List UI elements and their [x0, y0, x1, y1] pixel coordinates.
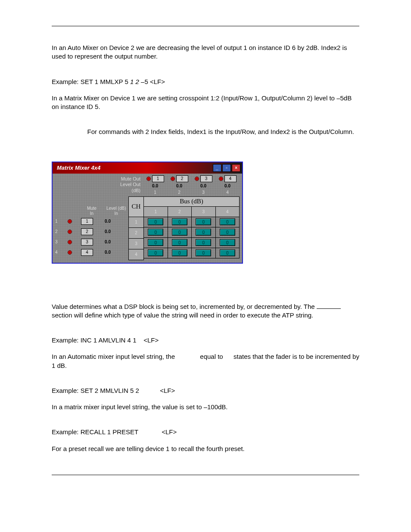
bus-cell: 0 — [216, 238, 240, 248]
input-header: Mute In Level (dB) In — [55, 196, 128, 216]
paragraph: In an Automatic mixer input level string… — [52, 352, 359, 370]
led-icon — [68, 250, 72, 255]
led-icon — [68, 240, 72, 244]
in-num: 3 — [81, 239, 93, 246]
minimize-button[interactable]: _ — [213, 164, 221, 172]
led-icon — [68, 230, 72, 234]
row-number: 4 — [55, 250, 61, 255]
level-in[interactable]: 0.0 — [96, 239, 120, 245]
level-out-value[interactable]: 0.0 — [221, 183, 234, 189]
mute-out-2[interactable]: 2 — [171, 175, 188, 182]
led-icon — [68, 219, 72, 224]
label-level-out: Level Out — [55, 182, 140, 188]
mute-in[interactable] — [61, 219, 78, 224]
row-number: 2 — [55, 229, 61, 234]
mixer-top-section: Mute Out Level Out (dB) 1 2 3 4 0.0 0.0 … — [53, 174, 242, 196]
link-blank[interactable] — [317, 308, 341, 309]
bus-cell: 0 — [144, 217, 168, 227]
input-section: Mute In Level (dB) In 110.0220.0330.0440… — [55, 196, 128, 260]
text: Value determines what a DSP block is bei… — [52, 303, 317, 310]
crosspoint[interactable]: 0 — [196, 249, 211, 256]
paragraph: For a preset recall we are telling devic… — [52, 445, 359, 453]
example-prefix: Example: SET 1 MMLXP 5 — [52, 78, 130, 85]
crosspoint[interactable]: 0 — [220, 239, 235, 246]
crosspoint[interactable]: 0 — [196, 218, 211, 225]
level-in-value: 0.0 — [101, 239, 114, 245]
row-number: 1 — [55, 219, 61, 224]
input-row: 330.0 — [55, 237, 128, 247]
bus-cell: 0 — [168, 217, 192, 227]
mute-out-4[interactable]: 4 — [219, 175, 237, 182]
paragraph: In an Auto Mixer on Device 2 we are decr… — [52, 44, 359, 61]
out-num: 4 — [224, 175, 237, 182]
mute-in[interactable] — [61, 250, 78, 255]
level-in-value: 0.0 — [101, 229, 114, 235]
level-in[interactable]: 0.0 — [96, 229, 120, 235]
example-line: Example: RECALL 1 PRESET <LF> — [52, 428, 359, 436]
crosspoint[interactable]: 0 — [148, 239, 163, 246]
crosspoint[interactable]: 0 — [196, 239, 211, 246]
mute-out-3[interactable]: 3 — [195, 175, 212, 182]
crosspoint[interactable]: 0 — [220, 249, 235, 256]
level-out-value[interactable]: 0.0 — [197, 183, 210, 189]
ch-header: CH — [128, 196, 144, 217]
example-line: Example: SET 1 MMLXP 5 1 2 –5 <LF> — [52, 78, 359, 86]
bus-cell: 0 — [192, 238, 216, 248]
bus-col: 2 — [168, 207, 192, 217]
mute-in[interactable] — [61, 230, 78, 234]
window-titlebar[interactable]: Matrix Mixer 4x4 _ ▫ × — [53, 162, 242, 174]
maximize-button[interactable]: ▫ — [222, 164, 231, 172]
mute-in-num[interactable]: 3 — [78, 239, 96, 246]
bus-cell: 0 — [192, 227, 216, 238]
level-in[interactable]: 0.0 — [96, 218, 120, 224]
crosspoint[interactable]: 0 — [172, 249, 187, 256]
close-button[interactable]: × — [232, 164, 240, 172]
crosspoint[interactable]: 0 — [172, 239, 187, 246]
crosspoint[interactable]: 0 — [148, 218, 163, 225]
out-index-row: 1 2 3 4 — [143, 190, 240, 195]
level-out-value[interactable]: 0.0 — [173, 183, 186, 189]
mute-in-num[interactable]: 4 — [78, 249, 96, 256]
label-mute-out: Mute Out — [55, 176, 140, 182]
mute-in-num[interactable]: 2 — [78, 228, 96, 235]
bus-row: 0000 — [144, 248, 240, 258]
mute-out-1[interactable]: 1 — [146, 175, 164, 182]
crosspoint[interactable]: 0 — [220, 229, 235, 236]
crosspoint[interactable]: 0 — [148, 249, 163, 256]
crosspoint[interactable]: 0 — [172, 218, 187, 225]
bus-row: 0000 — [144, 238, 240, 248]
example-suffix: <LF> — [158, 387, 175, 394]
ch-cell: 1 — [128, 217, 144, 228]
crosspoint[interactable]: 0 — [148, 229, 163, 236]
note-body: For commands with 2 Index fields, Index1… — [87, 128, 355, 135]
crosspoint[interactable]: 0 — [220, 218, 235, 225]
window-title: Matrix Mixer 4x4 — [54, 165, 212, 171]
crosspoint[interactable]: 0 — [196, 229, 211, 236]
top-labels: Mute Out Level Out (dB) — [55, 175, 143, 196]
bus-cell: 0 — [216, 217, 240, 227]
bus-cell: 0 — [192, 217, 216, 227]
example-line: Example: INC 1 AMLVLIN 4 1 1 <LF> — [52, 336, 359, 345]
mute-in[interactable] — [61, 240, 78, 244]
led-icon — [219, 177, 223, 181]
label-level-out-db: (dB) — [55, 188, 140, 194]
example-suffix: <LF> — [142, 336, 159, 344]
example-suffix: <LF> — [160, 428, 177, 436]
mixer-grid: Mute In Level (dB) In 110.0220.0330.0440… — [53, 196, 242, 263]
input-row: 220.0 — [55, 227, 128, 237]
bus-col: 3 — [192, 207, 216, 217]
mute-in-num[interactable]: 1 — [78, 218, 96, 225]
level-out-value[interactable]: 0.0 — [149, 183, 162, 189]
bus-cell: 0 — [168, 238, 192, 248]
crosspoint[interactable]: 0 — [172, 229, 187, 236]
in-num: 1 — [81, 218, 93, 225]
paragraph: Value determines what a DSP block is bei… — [52, 302, 359, 320]
bottom-rule — [52, 475, 359, 475]
example-index: 1 2 — [130, 78, 139, 85]
bus-cell: 0 — [144, 238, 168, 248]
bus-cell: 0 — [168, 248, 192, 258]
level-in[interactable]: 0.0 — [96, 249, 120, 255]
ch-cell: 3 — [128, 239, 144, 249]
bus-header: Bus (dB) — [144, 196, 240, 207]
note: Note: For commands with 2 Index fields, … — [52, 128, 359, 136]
